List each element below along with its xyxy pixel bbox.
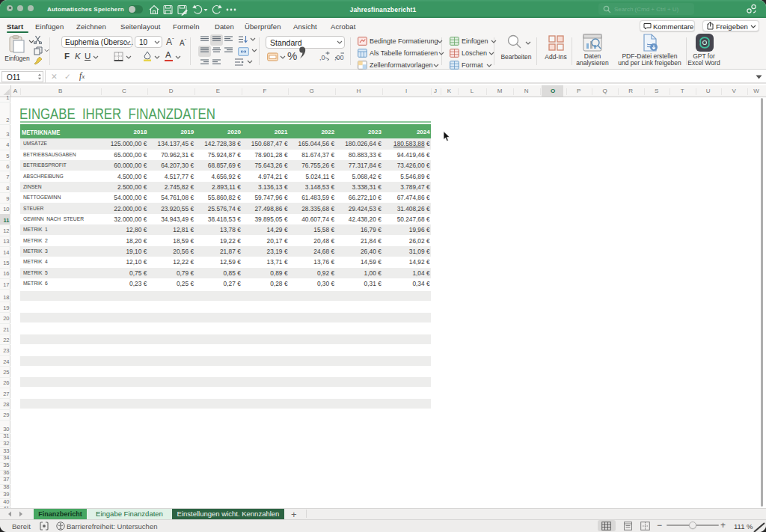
svg-text:,0: ,0 xyxy=(319,54,325,61)
